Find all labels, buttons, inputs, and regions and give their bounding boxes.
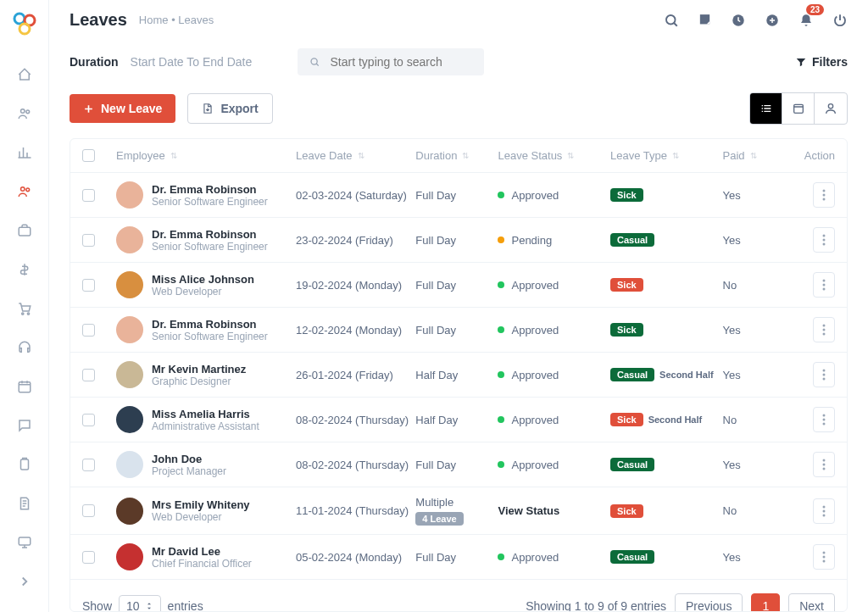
- type-cell: Sick: [610, 278, 723, 292]
- row-actions-button[interactable]: [813, 362, 835, 387]
- view-toggle: [749, 92, 848, 125]
- notes-icon[interactable]: [698, 13, 712, 27]
- row-checkbox[interactable]: [82, 279, 95, 292]
- employee-cell[interactable]: Mrs Emily WhitenyWeb Developer: [116, 498, 296, 525]
- date-cell: 23-02-2024 (Friday): [296, 234, 415, 247]
- breadcrumb-home[interactable]: Home: [139, 14, 169, 26]
- employee-cell[interactable]: Mr David LeeChief Financial Officer: [116, 543, 296, 570]
- col-employee[interactable]: Employee⇅: [116, 149, 296, 162]
- search-input[interactable]: [331, 55, 473, 69]
- nav-clipboard[interactable]: [8, 448, 42, 481]
- row-actions-button[interactable]: [813, 272, 835, 298]
- nav-home[interactable]: [8, 58, 42, 92]
- row-actions-button[interactable]: [813, 227, 835, 253]
- page-title: Leaves: [70, 10, 127, 30]
- row-checkbox[interactable]: [82, 459, 95, 471]
- row-actions-button[interactable]: [813, 407, 835, 432]
- avatar: [116, 361, 143, 388]
- employee-cell[interactable]: John DoeProject Manager: [116, 451, 296, 478]
- duration-cell: Half Day: [415, 414, 498, 426]
- svg-point-0: [14, 14, 25, 24]
- type-cell: CasualSecond Half: [610, 368, 723, 381]
- page-1-button[interactable]: 1: [751, 593, 780, 612]
- row-checkbox[interactable]: [82, 414, 95, 426]
- date-cell: 08-02-2024 (Thursday): [296, 414, 415, 426]
- search-icon[interactable]: [664, 13, 679, 28]
- avatar: [116, 451, 143, 478]
- svg-point-33: [822, 374, 825, 376]
- view-list[interactable]: [750, 93, 782, 124]
- nav-orders[interactable]: [8, 292, 42, 325]
- filters-button[interactable]: Filters: [795, 55, 848, 69]
- nav-team[interactable]: [8, 97, 42, 131]
- row-checkbox[interactable]: [82, 189, 95, 202]
- col-paid[interactable]: Paid⇅: [723, 149, 776, 162]
- nav-hr[interactable]: [8, 175, 42, 209]
- svg-point-42: [822, 509, 825, 512]
- paid-cell: Yes: [723, 234, 776, 247]
- add-icon[interactable]: [765, 13, 780, 28]
- search-box[interactable]: [298, 48, 484, 75]
- nav-calendar[interactable]: [8, 370, 42, 403]
- svg-point-20: [822, 190, 825, 192]
- employee-cell[interactable]: Dr. Emma RobinsonSenior Software Enginee…: [116, 181, 296, 209]
- status-cell[interactable]: View Status: [498, 504, 610, 517]
- nav-support[interactable]: [8, 331, 42, 364]
- nav-desktop[interactable]: [8, 526, 42, 559]
- page-size-select[interactable]: 10: [119, 595, 161, 612]
- row-checkbox[interactable]: [82, 234, 95, 247]
- employee-cell[interactable]: Miss Alice JohnsonWeb Developer: [116, 271, 296, 298]
- nav-messages[interactable]: [8, 409, 42, 442]
- date-cell: 08-02-2024 (Thursday): [296, 459, 415, 471]
- row-actions-button[interactable]: [813, 452, 835, 477]
- col-type[interactable]: Leave Type⇅: [610, 149, 723, 162]
- employee-cell[interactable]: Mr Kevin MartinezGraphic Designer: [116, 361, 296, 388]
- breadcrumb: Home • Leaves: [139, 14, 214, 26]
- clock-icon[interactable]: [731, 13, 746, 28]
- duration-value[interactable]: Start Date To End Date: [131, 55, 253, 69]
- col-date[interactable]: Leave Date⇅: [296, 149, 415, 162]
- col-duration[interactable]: Duration⇅: [415, 149, 498, 162]
- export-icon: [202, 103, 214, 114]
- nav-finance[interactable]: [8, 253, 42, 287]
- row-checkbox[interactable]: [82, 551, 95, 564]
- employee-cell[interactable]: Miss Amelia HarrisAdministrative Assista…: [116, 406, 296, 433]
- power-icon[interactable]: [832, 13, 848, 28]
- svg-point-45: [822, 556, 825, 559]
- row-actions-button[interactable]: [813, 498, 835, 524]
- export-button[interactable]: Export: [187, 93, 272, 124]
- row-checkbox[interactable]: [82, 504, 95, 517]
- row-actions-button[interactable]: [813, 182, 835, 208]
- type-cell: Casual: [610, 550, 723, 564]
- new-leave-button[interactable]: New Leave: [70, 94, 175, 123]
- nav-docs[interactable]: [8, 487, 42, 520]
- row-checkbox[interactable]: [82, 369, 95, 381]
- nav-work[interactable]: [8, 214, 42, 248]
- plus-icon: [83, 103, 94, 114]
- status-cell: Approved: [498, 279, 610, 292]
- bell-icon[interactable]: 23: [798, 13, 814, 28]
- select-all-checkbox[interactable]: [82, 149, 95, 162]
- svg-point-43: [822, 514, 825, 516]
- view-calendar[interactable]: [782, 93, 815, 124]
- sidebar: [0, 0, 49, 612]
- row-actions-button[interactable]: [813, 544, 835, 570]
- svg-rect-7: [19, 227, 31, 236]
- svg-point-38: [822, 459, 825, 462]
- col-status[interactable]: Leave Status⇅: [498, 149, 610, 162]
- prev-button[interactable]: Previous: [675, 593, 743, 612]
- filter-toolbar: Duration Start Date To End Date Filters: [49, 40, 868, 84]
- employee-cell[interactable]: Dr. Emma RobinsonSenior Software Enginee…: [116, 226, 296, 253]
- nav-reports[interactable]: [8, 136, 42, 170]
- table-header: Employee⇅ Leave Date⇅ Duration⇅ Leave St…: [70, 139, 847, 173]
- row-checkbox[interactable]: [82, 324, 95, 337]
- view-person[interactable]: [815, 93, 847, 124]
- row-actions-button[interactable]: [813, 317, 835, 342]
- nav-expand[interactable]: [8, 565, 42, 598]
- paid-cell: Yes: [723, 551, 776, 564]
- svg-point-4: [25, 110, 29, 114]
- employee-cell[interactable]: Dr. Emma RobinsonSenior Software Enginee…: [116, 316, 296, 343]
- status-cell: Approved: [498, 324, 610, 337]
- filter-icon: [795, 56, 807, 68]
- next-button[interactable]: Next: [788, 593, 835, 612]
